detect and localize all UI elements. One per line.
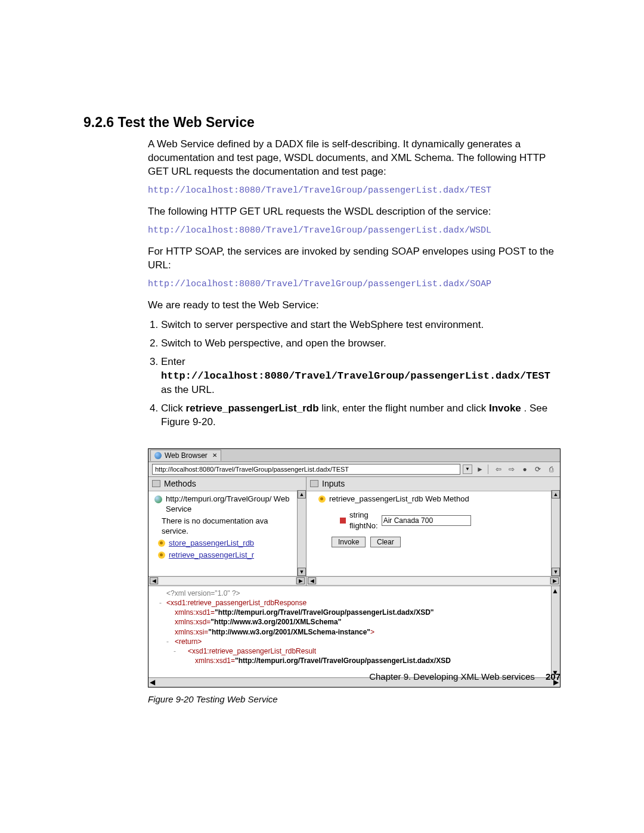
list-icon: [152, 480, 160, 487]
go-button[interactable]: ►: [475, 464, 485, 475]
paragraph: We are ready to test the Web Service:: [148, 299, 561, 312]
xml-scrollbar-v[interactable]: ▲ ▼: [551, 586, 560, 677]
step-2: Switch to Web perspective, and open the …: [161, 337, 561, 351]
methods-scrollbar-h[interactable]: ◀ ▶: [148, 576, 306, 586]
clear-button[interactable]: Clear: [370, 537, 401, 547]
xml-tag: <xsd1:retrieve_passengerList_rdbResponse: [166, 599, 306, 607]
print-button[interactable]: ⎙: [546, 464, 556, 475]
page-footer: Chapter 9. Developing XML Web services 2…: [369, 671, 561, 683]
code-url-soap: http://localhost:8080/Travel/TravelGroup…: [148, 278, 561, 290]
step-3-code: http://localhost:8080/Travel/TravelGroup…: [161, 370, 550, 382]
invoke-button[interactable]: Invoke: [332, 537, 366, 547]
globe-icon: [154, 452, 162, 459]
xml-attr-value: "http://tempuri.org/Travel/TravelGroup/p…: [215, 608, 434, 617]
web-service-label: http://tempuri.org/TravelGroup/ Web Serv…: [166, 494, 296, 515]
scroll-left-icon[interactable]: ◀: [150, 577, 158, 584]
paragraph: For HTTP SOAP, the services are invoked …: [148, 245, 561, 272]
method-icon: [318, 496, 326, 503]
code-url-test: http://localhost:8080/Travel/TravelGroup…: [148, 185, 561, 197]
xml-attr: xmlns:xsd=: [175, 618, 210, 626]
xml-attr: xmlns:xsi=: [175, 628, 208, 636]
tab-web-browser[interactable]: Web Browser ✕: [150, 450, 221, 461]
methods-pane: Methods http://tempuri.org/TravelGroup/ …: [148, 477, 306, 586]
step-4-link-name: retrieve_passengerList_rdb: [186, 402, 319, 414]
methods-title: Methods: [164, 478, 196, 490]
methods-scrollbar-v[interactable]: ▲ ▼: [297, 490, 306, 576]
step-1: Switch to server perspective and start t…: [161, 318, 561, 332]
step-4-pre: Click: [161, 402, 186, 414]
step-3-pre: Enter: [161, 356, 185, 367]
scroll-up-icon[interactable]: ▲: [552, 586, 560, 596]
url-input[interactable]: [152, 464, 460, 475]
scroll-up-icon[interactable]: ▲: [298, 490, 306, 498]
scroll-left-icon[interactable]: ◀: [308, 577, 316, 584]
inputs-pane-header: Inputs: [306, 477, 560, 491]
scroll-right-icon[interactable]: ▶: [550, 577, 559, 584]
xml-attr: xmlns:xsd1=: [195, 657, 235, 665]
refresh-button[interactable]: ⟳: [532, 464, 543, 475]
scroll-right-icon[interactable]: ▶: [296, 577, 305, 584]
required-icon: [340, 518, 346, 524]
method-retrieve-link[interactable]: retrieve_passengerList_r: [169, 550, 254, 561]
inputs-scrollbar-v[interactable]: ▲ ▼: [551, 490, 560, 576]
xml-tag: <xsd1:retrieve_passengerList_rdbResult: [188, 647, 316, 655]
section-heading: 9.2.6 Test the Web Service: [83, 113, 561, 132]
step-3-post: as the URL.: [161, 384, 215, 395]
xml-attr: xmlns:xsd1=: [175, 608, 215, 617]
scroll-down-icon[interactable]: ▼: [552, 568, 560, 576]
code-url-wsdl: http://localhost:8080/Travel/TravelGroup…: [148, 225, 561, 237]
method-store-link[interactable]: store_passengerList_rdb: [169, 538, 254, 549]
method-icon: [158, 540, 165, 547]
form-icon: [310, 480, 318, 487]
figure-9-20: Web Browser ✕ ▼ ► ⇦ ⇨ ● ⟳ ⎙: [148, 448, 561, 688]
paragraph: The following HTTP GET URL requests the …: [148, 205, 561, 219]
footer-page-number: 207: [546, 671, 561, 682]
scroll-left-icon[interactable]: ◀: [150, 677, 155, 687]
xml-attr-value: "http://www.w3.org/2001/XMLSchema-instan…: [208, 628, 370, 636]
forward-button[interactable]: ⇨: [506, 464, 517, 475]
xml-tag: <return>: [175, 637, 202, 646]
method-icon: [158, 552, 165, 559]
paragraph: A Web Service defined by a DADX file is …: [148, 138, 561, 179]
url-dropdown-icon[interactable]: ▼: [463, 465, 472, 474]
figure-caption: Figure 9-20 Testing Web Service: [148, 693, 561, 705]
step-4-mid: link, enter the flight number and click: [321, 402, 489, 414]
param-name: flightNo:: [349, 521, 378, 531]
url-bar: ▼ ► ⇦ ⇨ ● ⟳ ⎙: [148, 462, 560, 477]
inputs-title: Inputs: [322, 478, 345, 490]
inputs-scrollbar-h[interactable]: ◀ ▶: [306, 576, 560, 586]
stop-button[interactable]: ●: [519, 464, 530, 475]
param-type: string: [349, 510, 378, 521]
inputs-pane: Inputs retrieve_passengerList_rdb Web Me…: [306, 477, 560, 586]
ordered-steps: Switch to server perspective and start t…: [148, 318, 561, 429]
xml-attr-value: "http://www.w3.org/2001/XMLSchema": [210, 618, 341, 626]
tab-label: Web Browser: [165, 451, 208, 460]
step-4: Click retrieve_passengerList_rdb link, e…: [161, 402, 561, 429]
xml-declaration: <?xml version="1.0" ?>: [166, 589, 240, 597]
footer-chapter: Chapter 9. Developing XML Web services: [369, 671, 535, 682]
step-3: Enter http://localhost:8080/Travel/Trave…: [161, 355, 561, 397]
step-4-invoke: Invoke: [489, 402, 521, 414]
browser-tabbar: Web Browser ✕: [148, 449, 560, 462]
close-icon[interactable]: ✕: [212, 451, 217, 460]
no-doc-text: There is no documentation ava service.: [162, 516, 296, 537]
xml-attr-value: "http://tempuri.org/Travel/TravelGroup/p…: [235, 657, 451, 665]
methods-pane-header: Methods: [148, 477, 306, 491]
xml-tag-close: >: [370, 628, 374, 636]
scroll-up-icon[interactable]: ▲: [552, 490, 560, 498]
input-method-label: retrieve_passengerList_rdb Web Method: [329, 494, 469, 504]
globe-icon: [154, 496, 162, 503]
scroll-down-icon[interactable]: ▼: [298, 568, 306, 576]
flightno-input[interactable]: [382, 515, 471, 526]
back-button[interactable]: ⇦: [493, 464, 504, 475]
